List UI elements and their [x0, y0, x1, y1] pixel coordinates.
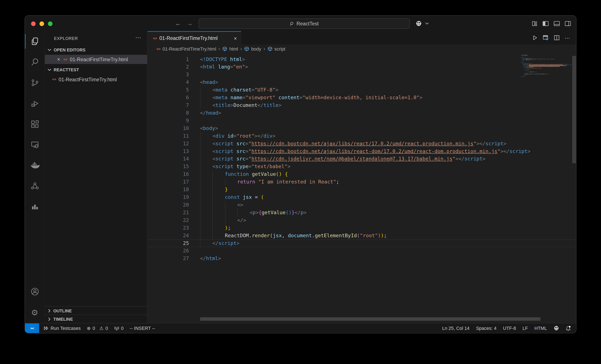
customize-layout-icon[interactable]	[531, 20, 538, 27]
remote-icon: ><	[30, 326, 34, 330]
warning-icon: ⚠	[100, 326, 103, 331]
code-line[interactable]: 9	[148, 117, 576, 125]
open-editor-item[interactable]: × <> 01-ReactFirstTimeTry.html	[45, 55, 147, 64]
tab-active-file[interactable]: <> 01-ReactFirstTimeTry.html ×	[148, 31, 241, 44]
language-mode[interactable]: HTML	[534, 325, 547, 331]
code-line[interactable]: 1<!DOCTYPE html>	[148, 56, 576, 63]
minimize-window-button[interactable]	[40, 21, 44, 26]
explorer-icon[interactable]	[25, 31, 45, 52]
chevron-right-icon	[48, 309, 50, 313]
breadcrumb-item-body[interactable]: body	[251, 46, 261, 51]
cursor-position[interactable]: Ln 25, Col 14	[442, 325, 470, 331]
copilot-icon[interactable]	[415, 20, 422, 27]
encoding-setting[interactable]: UTF-8	[503, 325, 516, 331]
remote-explorer-icon[interactable]	[25, 134, 45, 155]
code-line[interactable]: 11 <div id="root"></div>	[148, 132, 576, 140]
open-preview-icon[interactable]	[543, 35, 549, 40]
account-icon[interactable]	[25, 281, 45, 302]
back-icon[interactable]: ←	[174, 19, 182, 28]
docker-icon[interactable]	[25, 155, 45, 176]
breadcrumb[interactable]: <> 01-ReactFirstTimeTry.html › html › bo…	[148, 44, 576, 53]
zoom-window-button[interactable]	[48, 21, 52, 26]
bar-chart-icon[interactable]	[25, 197, 45, 217]
vim-mode-indicator[interactable]: -- INSERT --	[130, 325, 155, 331]
views-and-more-actions-icon[interactable]: ⋯	[135, 34, 141, 41]
code-line[interactable]: 13 <script src="https://cdn.bootcdn.net/…	[148, 148, 576, 155]
close-window-button[interactable]	[31, 21, 36, 26]
copilot-icon[interactable]	[553, 326, 559, 331]
timeline-section[interactable]: TIMELINE	[45, 315, 147, 323]
settings-gear-icon[interactable]: ⚙	[25, 302, 45, 323]
code-editor[interactable]: 1<!DOCTYPE html>2<html lang="en">34<head…	[148, 53, 576, 324]
organization-icon[interactable]	[25, 176, 45, 197]
code-line[interactable]: 14 <script src="https://cdn.jsdelivr.net…	[148, 155, 576, 163]
search-icon[interactable]	[25, 52, 45, 72]
html-file-icon: <>	[153, 36, 157, 40]
project-section[interactable]: REACTTEST	[45, 66, 147, 74]
code-line[interactable]: 4<head>	[148, 79, 576, 86]
open-editors-section[interactable]: OPEN EDITORS	[45, 46, 147, 54]
outline-section[interactable]: OUTLINE	[45, 306, 147, 315]
breadcrumb-item-html[interactable]: html	[230, 46, 238, 51]
chevron-right-icon	[48, 317, 50, 321]
sidebar-title: EXPLORER	[54, 36, 78, 41]
indentation-setting[interactable]: Spaces: 4	[476, 325, 496, 331]
run-icon[interactable]	[532, 35, 538, 40]
code-line[interactable]: 23 );	[148, 224, 576, 232]
toggle-panel-icon[interactable]	[553, 20, 560, 27]
remote-indicator[interactable]: ><	[25, 324, 39, 333]
source-control-icon[interactable]	[25, 72, 45, 93]
code-line[interactable]: 2<html lang="en">	[148, 63, 576, 71]
code-line[interactable]: 3	[148, 71, 576, 79]
chevron-down-icon[interactable]	[423, 20, 430, 27]
code-line[interactable]: 5 <meta charset="UTF-8">	[148, 86, 576, 94]
horizontal-scrollbar[interactable]	[200, 317, 541, 321]
command-center-search[interactable]: ReactTest	[199, 18, 410, 29]
code-line[interactable]: 19 const jsx = (	[148, 194, 576, 201]
code-line[interactable]: 26	[148, 247, 576, 255]
extensions-icon[interactable]	[25, 114, 45, 134]
code-line[interactable]: 25 </script>	[148, 239, 576, 247]
radio-tower-icon	[114, 326, 119, 331]
minimap[interactable]: 1<!DOCTYPE html>2<html lang="en">34<head…	[519, 53, 572, 77]
code-line[interactable]: 20 <>	[148, 201, 576, 209]
code-line[interactable]: 24 ReactDOM.render(jsx, document.getElem…	[148, 232, 576, 240]
code-line[interactable]: 16 function getValue() {	[148, 170, 576, 178]
breadcrumb-item-script[interactable]: script	[274, 46, 285, 51]
ports-indicator[interactable]: 0	[114, 325, 124, 331]
more-actions-icon[interactable]: ⋯	[564, 35, 570, 41]
code-line[interactable]: 22 </>	[148, 216, 576, 224]
code-line[interactable]: 27</html>	[148, 255, 576, 262]
ports-count: 0	[121, 325, 124, 331]
close-icon[interactable]: ×	[234, 35, 237, 41]
code-line[interactable]: 21 <p>{getValue()}</p>	[148, 209, 576, 216]
html-file-icon: <>	[52, 78, 56, 81]
run-and-debug-icon[interactable]	[25, 93, 45, 114]
eol-setting[interactable]: LF	[522, 325, 528, 331]
code-line[interactable]: 7 <title>Document</title>	[148, 102, 576, 109]
toggle-secondary-sidebar-icon[interactable]	[564, 20, 571, 27]
tab-filename: 01-ReactFirstTimeTry.html	[160, 35, 218, 41]
vertical-scrollbar[interactable]	[572, 56, 576, 163]
code-line[interactable]: 12 <script src="https://cdn.bootcdn.net/…	[148, 140, 576, 148]
code-line[interactable]: 18 }	[148, 186, 576, 194]
code-line[interactable]: 17 return "I am interested in React";	[148, 178, 576, 186]
breadcrumb-file[interactable]: 01-ReactFirstTimeTry.html	[162, 46, 216, 51]
code-line[interactable]: 6 <meta name="viewport" content="width=d…	[148, 94, 576, 102]
bell-icon[interactable]	[566, 325, 571, 331]
error-count: 0	[93, 325, 95, 331]
open-editor-filename: 01-ReactFirstTimeTry.html	[70, 57, 128, 62]
tree-file-item[interactable]: <> 01-ReactFirstTimeTry.html	[45, 75, 147, 84]
error-icon: ⊗	[87, 326, 91, 331]
code-line[interactable]: 15 <script type="text/babel">	[148, 163, 576, 170]
html-file-icon: <>	[156, 47, 160, 51]
run-testcases-button[interactable]: Run Testcases	[44, 325, 81, 331]
code-line[interactable]: 10<body>	[148, 125, 576, 132]
toggle-primary-sidebar-icon[interactable]	[542, 20, 549, 27]
problems-indicator[interactable]: ⊗ 0 ⚠ 0	[87, 325, 108, 331]
split-editor-icon[interactable]	[554, 35, 560, 40]
close-icon[interactable]: ×	[57, 57, 60, 62]
titlebar: ← → ReactTest	[25, 16, 576, 32]
code-line[interactable]: 8</head>	[148, 109, 576, 117]
forward-icon[interactable]: →	[185, 19, 194, 28]
